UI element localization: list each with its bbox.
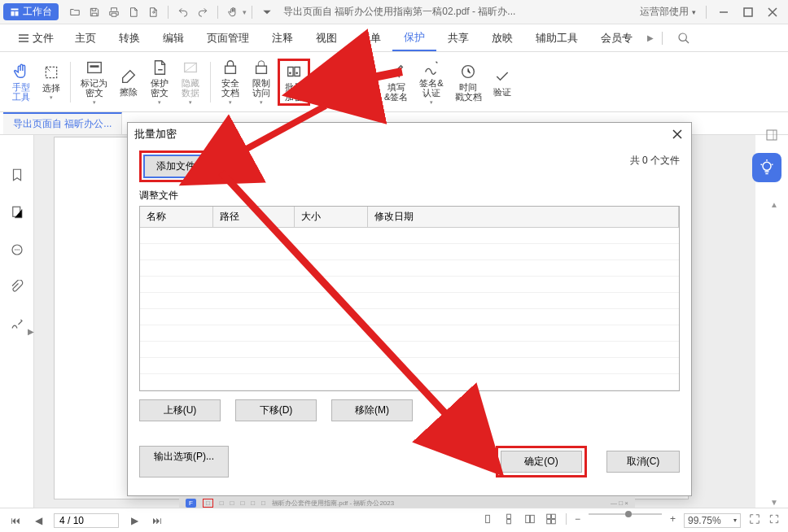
view-facing-icon[interactable] — [523, 513, 536, 528]
shield-icon — [151, 59, 169, 76]
menu-edit[interactable]: 编辑 — [151, 24, 195, 51]
pen-icon — [387, 63, 405, 81]
menu-present[interactable]: 放映 — [480, 24, 524, 51]
prev-page-button[interactable]: ◀ — [31, 513, 46, 528]
menu-scroll-right[interactable]: ▶ — [644, 33, 657, 42]
select-icon — [42, 63, 60, 81]
menu-home[interactable]: 主页 — [63, 24, 107, 51]
lightbulb-help[interactable] — [752, 153, 781, 182]
bookmark-icon[interactable] — [10, 168, 24, 182]
svg-rect-11 — [350, 66, 360, 72]
zoom-in-button[interactable]: + — [670, 513, 676, 528]
menu-bar: 文件 主页 转换 编辑 页面管理 注释 视图 表单 保护 共享 放映 辅助工具 … — [0, 24, 788, 52]
separator — [662, 32, 663, 45]
move-down-button[interactable]: 下移(D) — [235, 399, 317, 421]
zoom-value[interactable]: 99.75%▾ — [684, 513, 741, 528]
scroll-up[interactable]: ▲ — [770, 200, 778, 209]
sensitivity[interactable]: 敏感 度▾ — [341, 57, 369, 107]
view-single-icon[interactable] — [481, 513, 494, 528]
move-up-button[interactable]: 上移(U) — [139, 399, 221, 421]
dept-dropdown[interactable]: 运营部使用▾ — [635, 5, 701, 19]
menu-protect[interactable]: 保护 — [392, 24, 436, 51]
close-button[interactable] — [760, 1, 785, 24]
batch-encrypt-dialog: 批量加密 添加文件(F)... 共 0 个文件 调整文件 名称 路径 大小 修改… — [127, 122, 692, 496]
restrict-access[interactable]: 限制 访问▾ — [247, 57, 276, 107]
menu-form[interactable]: 表单 — [348, 24, 392, 51]
redo-icon[interactable] — [193, 2, 212, 22]
col-size[interactable]: 大小 — [295, 207, 368, 227]
col-mdate[interactable]: 修改日期 — [368, 207, 679, 227]
minimize-button[interactable] — [711, 1, 736, 24]
attachment-icon[interactable] — [10, 280, 24, 294]
pages-icon[interactable] — [10, 205, 24, 220]
scroll-down[interactable]: ▼ — [770, 498, 778, 507]
open-folder-icon[interactable] — [65, 2, 85, 22]
hand-icon[interactable] — [223, 2, 243, 22]
save-icon[interactable] — [85, 2, 104, 22]
fill-sign[interactable]: 填写 &签名 — [379, 61, 413, 103]
comment-icon[interactable] — [10, 242, 24, 257]
chevron-down-icon[interactable] — [257, 2, 277, 22]
fullscreen-icon[interactable] — [768, 513, 780, 528]
inspect[interactable]: 设查▾ — [312, 62, 339, 102]
mark-redact-icon — [85, 59, 103, 76]
menu-share[interactable]: 共享 — [436, 24, 480, 51]
document-tab[interactable]: 导出页面自 福昕办公... — [3, 112, 122, 134]
maximize-button[interactable] — [736, 1, 760, 24]
page-input[interactable] — [54, 513, 119, 528]
print-icon[interactable] — [104, 2, 124, 22]
sign-cert[interactable]: 签名& 认证▾ — [414, 57, 448, 107]
verify[interactable]: 验证 — [488, 66, 516, 98]
title-bar: 工作台 ▾ 导出页面自 福昕办公使用指南第一稿02.pdf - 福昕办... 运… — [0, 0, 788, 24]
search-icon[interactable] — [677, 32, 690, 45]
mark-redact[interactable]: 标记为 密文▾ — [76, 57, 112, 107]
fit-width-icon[interactable] — [749, 513, 760, 528]
expand-sidebar[interactable]: ▶ — [28, 327, 34, 336]
confirm-button[interactable]: 确定(O) — [501, 451, 582, 473]
sensitivity-icon — [346, 59, 364, 76]
restrict-icon — [252, 59, 270, 76]
svg-point-19 — [763, 162, 771, 170]
timestamp[interactable]: 时间 戳文档 — [450, 61, 487, 103]
menu-convert[interactable]: 转换 — [107, 24, 151, 51]
zoom-slider[interactable] — [589, 513, 662, 515]
ribbon: 手型 工具 选择▾ 标记为 密文▾ 擦除 保护 密文▾ 隐藏 数据▾ 安全 文档… — [0, 52, 788, 112]
protect-redact[interactable]: 保护 密文▾ — [145, 57, 174, 107]
menu-comment[interactable]: 注释 — [260, 24, 304, 51]
col-name[interactable]: 名称 — [140, 207, 213, 227]
svg-point-17 — [18, 249, 20, 251]
add-file-button[interactable]: 添加文件(F)... — [143, 155, 229, 178]
menu-view[interactable]: 视图 — [304, 24, 348, 51]
panel-toggle-icon[interactable] — [765, 129, 778, 142]
view-cont-icon[interactable] — [502, 513, 515, 528]
erase[interactable]: 擦除 — [114, 66, 143, 98]
svg-rect-23 — [486, 515, 490, 522]
hand-tool[interactable]: 手型 工具 — [7, 61, 36, 103]
view-facing-cont-icon[interactable] — [545, 513, 558, 528]
last-page-button[interactable]: ⏭ — [150, 513, 164, 528]
svg-rect-25 — [507, 519, 511, 523]
zoom-out-button[interactable]: − — [575, 513, 580, 528]
erase-icon — [120, 68, 138, 85]
cancel-button[interactable]: 取消(C) — [606, 451, 680, 473]
menu-file[interactable]: 文件 — [8, 24, 63, 51]
hide-data[interactable]: 隐藏 数据▾ — [176, 57, 205, 107]
remove-button[interactable]: 移除(M) — [331, 399, 413, 421]
signature-panel-icon[interactable] — [10, 317, 24, 332]
hand-icon — [12, 63, 30, 81]
secure-doc[interactable]: 安全 文档▾ — [216, 57, 245, 107]
menu-vip[interactable]: 会员专 — [589, 24, 644, 51]
first-page-button[interactable]: ⏮ — [8, 513, 23, 528]
export-doc-icon[interactable] — [143, 2, 163, 22]
output-options-button[interactable]: 输出选项(P)... — [139, 446, 229, 477]
select-tool[interactable]: 选择▾ — [37, 62, 65, 102]
menu-aux[interactable]: 辅助工具 — [524, 24, 589, 51]
undo-icon[interactable] — [173, 2, 193, 22]
dialog-close-button[interactable] — [670, 127, 685, 142]
new-doc-icon[interactable] — [124, 2, 143, 22]
batch-encrypt[interactable]: 批量 加密 — [278, 59, 310, 106]
col-path[interactable]: 路径 — [213, 207, 295, 227]
next-page-button[interactable]: ▶ — [127, 513, 142, 528]
app-badge[interactable]: 工作台 — [3, 3, 59, 20]
menu-page[interactable]: 页面管理 — [195, 24, 260, 51]
